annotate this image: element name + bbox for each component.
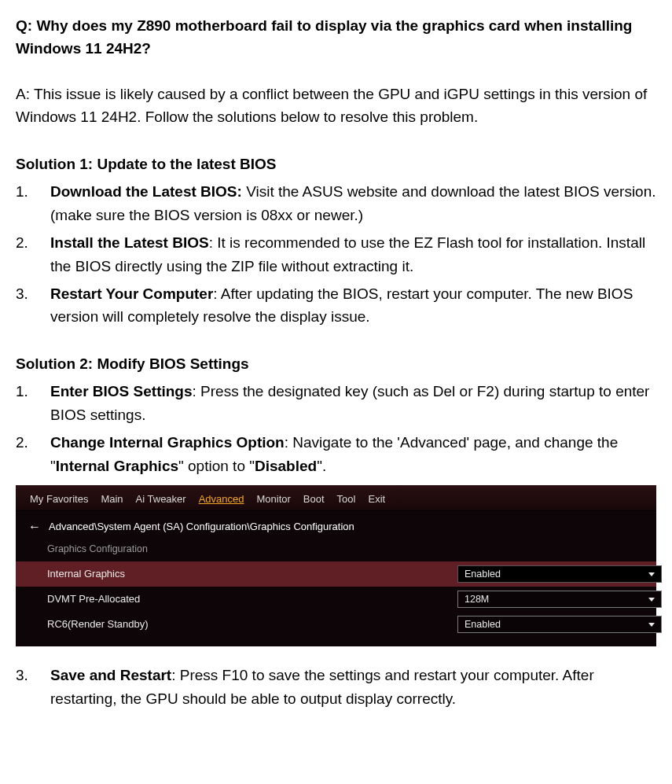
- list-bold: Restart Your Computer: [50, 285, 213, 302]
- bios-breadcrumb: Advanced\System Agent (SA) Configuration…: [49, 519, 354, 535]
- list-number: 2.: [16, 431, 50, 477]
- list-item: 3. Restart Your Computer: After updating…: [16, 282, 656, 329]
- solution-1-block: Solution 1: Update to the latest BIOS 1.…: [16, 153, 656, 329]
- bios-tab-bar: My Favorites Main Ai Tweaker Advanced Mo…: [16, 485, 656, 511]
- bios-option-label: Internal Graphics: [47, 566, 448, 582]
- answer-paragraph: A: This issue is likely caused by a conf…: [16, 83, 656, 129]
- list-bold: Install the Latest BIOS: [50, 234, 209, 251]
- bios-option-select[interactable]: Enabled: [457, 565, 662, 583]
- list-rest: " option to ": [178, 458, 255, 474]
- bios-option-label: DVMT Pre-Allocated: [47, 591, 448, 607]
- list-text: Install the Latest BIOS: It is recommend…: [50, 231, 656, 278]
- bios-option-select[interactable]: Enabled: [457, 616, 662, 633]
- list-item: 2. Install the Latest BIOS: It is recomm…: [16, 231, 656, 278]
- bios-option-select[interactable]: 128M: [457, 591, 662, 608]
- bios-row-dvmt[interactable]: DVMT Pre-Allocated 128M: [16, 587, 656, 612]
- solution-2-heading: Solution 2: Modify BIOS Settings: [16, 352, 656, 375]
- list-number: 1.: [16, 380, 50, 426]
- list-number: 3.: [16, 664, 50, 710]
- bios-tab-ai-tweaker[interactable]: Ai Tweaker: [136, 491, 186, 507]
- list-rest: ".: [317, 458, 326, 474]
- question-heading: Q: Why does my Z890 motherboard fail to …: [16, 14, 656, 61]
- list-text: Enter BIOS Settings: Press the designate…: [50, 380, 656, 426]
- bios-row-rc6[interactable]: RC6(Render Standby) Enabled: [16, 612, 656, 637]
- bios-row-internal-graphics[interactable]: Internal Graphics Enabled: [16, 561, 656, 587]
- list-item: 1. Enter BIOS Settings: Press the design…: [16, 380, 656, 426]
- list-text: Save and Restart: Press F10 to save the …: [50, 664, 656, 710]
- list-bold: Change Internal Graphics Option: [50, 434, 285, 451]
- bios-option-value: Enabled: [465, 567, 501, 582]
- bios-subheading: Graphics Configuration: [16, 540, 656, 561]
- bios-screenshot: My Favorites Main Ai Tweaker Advanced Mo…: [16, 485, 656, 646]
- bios-option-value: 128M: [465, 592, 489, 607]
- caret-down-icon: [648, 572, 655, 576]
- bios-tab-main[interactable]: Main: [101, 491, 123, 507]
- bios-option-value: Enabled: [465, 617, 501, 632]
- bios-tab-monitor[interactable]: Monitor: [257, 491, 291, 507]
- list-number: 2.: [16, 231, 50, 278]
- solution-2-block: Solution 2: Modify BIOS Settings 1. Ente…: [16, 352, 656, 710]
- list-text: Restart Your Computer: After updating th…: [50, 282, 656, 329]
- option-name: Internal Graphics: [56, 458, 178, 474]
- bios-tab-tool[interactable]: Tool: [337, 491, 356, 507]
- list-bold: Enter BIOS Settings: [50, 383, 193, 399]
- solution-2-list-cont: 3. Save and Restart: Press F10 to save t…: [16, 664, 656, 710]
- solution-1-list: 1. Download the Latest BIOS: Visit the A…: [16, 180, 656, 329]
- list-bold: Save and Restart: [50, 667, 171, 683]
- solution-1-heading: Solution 1: Update to the latest BIOS: [16, 153, 656, 175]
- list-text: Change Internal Graphics Option: Navigat…: [50, 431, 656, 477]
- list-bold: Download the Latest BIOS:: [50, 183, 242, 200]
- list-item: 1. Download the Latest BIOS: Visit the A…: [16, 180, 656, 226]
- solution-2-list: 1. Enter BIOS Settings: Press the design…: [16, 380, 656, 477]
- caret-down-icon: [648, 598, 655, 602]
- list-text: Download the Latest BIOS: Visit the ASUS…: [50, 180, 656, 226]
- bios-breadcrumb-row: ← Advanced\System Agent (SA) Configurati…: [16, 511, 656, 540]
- bios-tab-exit[interactable]: Exit: [368, 491, 385, 507]
- option-value: Disabled: [255, 458, 317, 474]
- bios-tab-advanced[interactable]: Advanced: [199, 491, 244, 507]
- list-number: 3.: [16, 282, 50, 329]
- list-item: 2. Change Internal Graphics Option: Navi…: [16, 431, 656, 477]
- back-arrow-icon[interactable]: ←: [28, 517, 41, 537]
- list-number: 1.: [16, 180, 50, 226]
- bios-tab-boot[interactable]: Boot: [303, 491, 325, 507]
- list-item: 3. Save and Restart: Press F10 to save t…: [16, 664, 656, 710]
- caret-down-icon: [648, 623, 655, 627]
- bios-option-label: RC6(Render Standby): [47, 617, 448, 632]
- bios-tab-my-favorites[interactable]: My Favorites: [30, 491, 88, 507]
